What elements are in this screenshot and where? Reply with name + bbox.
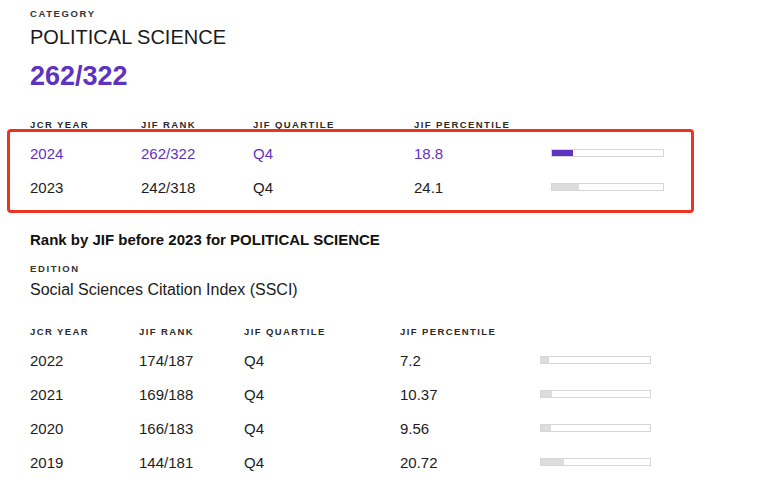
percentile-bar [540, 356, 651, 364]
current-rank-table: JCR YEAR JIF RANK JIF QUARTILE JIF PERCE… [30, 119, 777, 204]
jif-rank-cell: 169/188 [139, 386, 244, 403]
percentile-bar-fill [552, 150, 573, 156]
table-row-2023: 2023 242/318 Q4 24.1 [30, 170, 777, 204]
current-rank-value: 262/322 [30, 61, 777, 92]
table-row-2019: 2019 144/181 Q4 20.72 [30, 445, 777, 479]
jif-percentile-cell: 7.2 [400, 352, 540, 369]
jcr-year-cell: 2022 [30, 352, 139, 369]
column-header-jif-percentile: JIF PERCENTILE [414, 119, 551, 130]
jif-quartile-cell: Q4 [253, 179, 414, 196]
table-header-row: JCR YEAR JIF RANK JIF QUARTILE JIF PERCE… [30, 119, 777, 130]
percentile-bar-fill [552, 184, 579, 190]
percentile-bar-fill [541, 459, 564, 465]
jif-rank-cell: 166/183 [139, 420, 244, 437]
jcr-year-cell: 2019 [30, 454, 139, 471]
jcr-year-cell[interactable]: 2024 [30, 145, 141, 162]
table-row-2022: 2022 174/187 Q4 7.2 [30, 343, 777, 377]
jif-percentile-cell: 20.72 [400, 454, 540, 471]
category-name: POLITICAL SCIENCE [30, 26, 777, 48]
current-rank-rows: 2024 262/322 Q4 18.8 2023 242/318 Q4 24.… [30, 136, 777, 204]
jif-percentile-cell: 9.56 [400, 420, 540, 437]
column-header-jcr-year: JCR YEAR [30, 326, 139, 337]
table-row-2021: 2021 169/188 Q4 10.37 [30, 377, 777, 411]
jif-percentile-cell: 24.1 [414, 179, 551, 196]
history-rank-rows: 2022 174/187 Q4 7.2 2021 169/188 Q4 10.3… [30, 343, 777, 479]
history-section-title: Rank by JIF before 2023 for POLITICAL SC… [30, 231, 777, 248]
percentile-bar-fill [541, 425, 551, 431]
jif-rank-cell: 262/322 [141, 145, 253, 162]
column-header-jif-quartile: JIF QUARTILE [253, 119, 414, 130]
jif-rank-cell: 144/181 [139, 454, 244, 471]
percentile-bar [540, 458, 651, 466]
column-header-jif-percentile: JIF PERCENTILE [400, 326, 540, 337]
jif-rank-cell: 174/187 [139, 352, 244, 369]
edition-label: EDITION [30, 263, 777, 274]
category-label: CATEGORY [30, 8, 777, 19]
jcr-category-rank-panel: CATEGORY POLITICAL SCIENCE 262/322 JCR Y… [0, 0, 777, 479]
jcr-year-cell: 2020 [30, 420, 139, 437]
column-header-jif-rank: JIF RANK [139, 326, 244, 337]
jif-quartile-cell: Q4 [244, 352, 400, 369]
jif-quartile-cell: Q4 [244, 454, 400, 471]
jif-percentile-cell: 10.37 [400, 386, 540, 403]
percentile-bar-fill [541, 391, 552, 397]
column-header-jif-rank: JIF RANK [141, 119, 253, 130]
jif-quartile-cell: Q4 [253, 145, 414, 162]
edition-value: Social Sciences Citation Index (SSCI) [30, 280, 777, 299]
column-header-jif-quartile: JIF QUARTILE [244, 326, 400, 337]
jcr-year-cell: 2023 [30, 179, 141, 196]
table-row-2024[interactable]: 2024 262/322 Q4 18.8 [30, 136, 777, 170]
jif-quartile-cell: Q4 [244, 386, 400, 403]
percentile-bar [540, 424, 651, 432]
jif-quartile-cell: Q4 [244, 420, 400, 437]
history-rank-table: JCR YEAR JIF RANK JIF QUARTILE JIF PERCE… [30, 326, 777, 479]
jif-percentile-cell: 18.8 [414, 145, 551, 162]
jcr-year-cell: 2021 [30, 386, 139, 403]
column-header-jcr-year: JCR YEAR [30, 119, 141, 130]
percentile-bar [551, 149, 664, 157]
percentile-bar [540, 390, 651, 398]
table-header-row: JCR YEAR JIF RANK JIF QUARTILE JIF PERCE… [30, 326, 777, 337]
table-row-2020: 2020 166/183 Q4 9.56 [30, 411, 777, 445]
percentile-bar-fill [541, 357, 549, 363]
jif-rank-cell: 242/318 [141, 179, 253, 196]
percentile-bar [551, 183, 664, 191]
